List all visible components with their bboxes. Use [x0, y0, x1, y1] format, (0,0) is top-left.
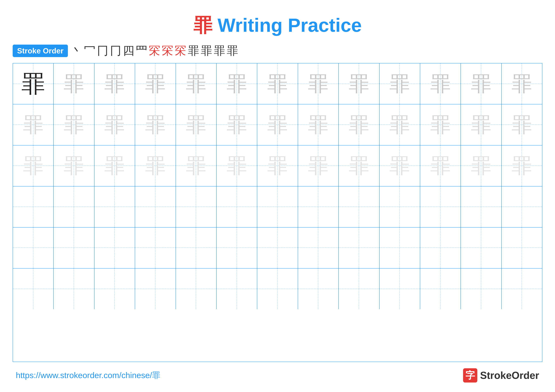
- grid-cell-3-9[interactable]: 罪: [339, 145, 380, 186]
- grid-cell-5-1[interactable]: [13, 228, 54, 268]
- grid-cell-4-4[interactable]: [135, 186, 176, 227]
- grid-cell-5-12[interactable]: [461, 228, 502, 268]
- grid-cell-5-11[interactable]: [420, 228, 461, 268]
- grid-cell-5-7[interactable]: [257, 228, 298, 268]
- brand-icon: 字: [463, 368, 477, 383]
- grid-cell-3-12[interactable]: 罪: [461, 145, 502, 186]
- grid-cell-2-10[interactable]: 罪: [380, 104, 420, 145]
- grid-cell-1-4[interactable]: 罪: [135, 64, 176, 104]
- stroke-step-9: 罙: [175, 43, 186, 58]
- grid-cell-2-13[interactable]: 罪: [502, 104, 542, 145]
- grid-cell-1-3[interactable]: 罪: [95, 64, 135, 104]
- grid-cell-1-13[interactable]: 罪: [502, 64, 542, 104]
- stroke-step-7: 罙: [149, 43, 160, 58]
- stroke-order-row: Stroke Order 丶 冖 冂 冂 四 罒 罙 罙 罙 罪 罪 罪 罪: [13, 43, 542, 58]
- stroke-step-12: 罪: [214, 43, 225, 58]
- grid-cell-2-8[interactable]: 罪: [298, 104, 339, 145]
- grid-cell-1-2[interactable]: 罪: [54, 64, 94, 104]
- grid-cell-6-12[interactable]: [461, 269, 502, 309]
- grid-cell-1-10[interactable]: 罪: [380, 64, 420, 104]
- grid-cell-6-2[interactable]: [54, 269, 94, 309]
- grid-cell-4-5[interactable]: [176, 186, 217, 227]
- grid-cell-3-11[interactable]: 罪: [420, 145, 461, 186]
- grid-cell-4-13[interactable]: [502, 186, 542, 227]
- grid-cell-4-11[interactable]: [420, 186, 461, 227]
- grid-cell-3-4[interactable]: 罪: [135, 145, 176, 186]
- grid-cell-2-3[interactable]: 罪: [95, 104, 135, 145]
- stroke-step-10: 罪: [188, 43, 199, 58]
- page: 罪 Writing Practice Stroke Order 丶 冖 冂 冂 …: [0, 0, 555, 392]
- grid-cell-1-5[interactable]: 罪: [176, 64, 217, 104]
- grid-cell-3-2[interactable]: 罪: [54, 145, 94, 186]
- grid-cell-2-5[interactable]: 罪: [176, 104, 217, 145]
- grid-cell-6-13[interactable]: [502, 269, 542, 309]
- grid-cell-5-2[interactable]: [54, 228, 94, 268]
- grid-cell-2-2[interactable]: 罪: [54, 104, 94, 145]
- grid-cell-6-6[interactable]: [217, 269, 257, 309]
- footer-url[interactable]: https://www.strokeorder.com/chinese/罪: [16, 370, 160, 381]
- grid-row-3: 罪 罪 罪 罪 罪 罪 罪 罪 罪 罪 罪 罪 罪: [13, 145, 542, 186]
- practice-grid: 罪 罪 罪 罪 罪 罪 罪 罪 罪 罪 罪 罪 罪 罪 罪 罪 罪 罪 罪 罪 …: [13, 63, 542, 362]
- grid-cell-6-1[interactable]: [13, 269, 54, 309]
- grid-cell-5-5[interactable]: [176, 228, 217, 268]
- grid-cell-3-10[interactable]: 罪: [380, 145, 420, 186]
- grid-cell-2-7[interactable]: 罪: [257, 104, 298, 145]
- grid-cell-6-8[interactable]: [298, 269, 339, 309]
- grid-row-5: [13, 228, 542, 269]
- grid-cell-5-6[interactable]: [217, 228, 257, 268]
- grid-cell-4-12[interactable]: [461, 186, 502, 227]
- grid-cell-5-9[interactable]: [339, 228, 380, 268]
- grid-cell-6-9[interactable]: [339, 269, 380, 309]
- grid-cell-4-9[interactable]: [339, 186, 380, 227]
- grid-cell-6-5[interactable]: [176, 269, 217, 309]
- grid-cell-2-4[interactable]: 罪: [135, 104, 176, 145]
- footer-brand: 字 StrokeOrder: [463, 368, 539, 383]
- stroke-steps: 丶 冖 冂 冂 四 罒 罙 罙 罙 罪 罪 罪 罪: [71, 43, 238, 58]
- grid-cell-3-7[interactable]: 罪: [257, 145, 298, 186]
- stroke-step-11: 罪: [201, 43, 212, 58]
- grid-cell-4-10[interactable]: [380, 186, 420, 227]
- grid-cell-6-7[interactable]: [257, 269, 298, 309]
- stroke-step-2: 冖: [84, 43, 95, 58]
- grid-cell-3-3[interactable]: 罪: [95, 145, 135, 186]
- stroke-step-5: 四: [123, 43, 134, 58]
- grid-cell-4-3[interactable]: [95, 186, 135, 227]
- grid-row-2: 罪 罪 罪 罪 罪 罪 罪 罪 罪 罪 罪 罪 罪: [13, 104, 542, 145]
- grid-cell-2-11[interactable]: 罪: [420, 104, 461, 145]
- brand-name: StrokeOrder: [480, 370, 539, 381]
- grid-cell-2-9[interactable]: 罪: [339, 104, 380, 145]
- grid-cell-1-12[interactable]: 罪: [461, 64, 502, 104]
- grid-cell-1-6[interactable]: 罪: [217, 64, 257, 104]
- grid-cell-3-8[interactable]: 罪: [298, 145, 339, 186]
- grid-cell-1-1[interactable]: 罪: [13, 64, 54, 104]
- grid-cell-3-1[interactable]: 罪: [13, 145, 54, 186]
- stroke-step-6: 罒: [136, 43, 147, 58]
- grid-cell-5-3[interactable]: [95, 228, 135, 268]
- grid-cell-1-8[interactable]: 罪: [298, 64, 339, 104]
- grid-cell-4-6[interactable]: [217, 186, 257, 227]
- grid-cell-4-1[interactable]: [13, 186, 54, 227]
- grid-cell-2-12[interactable]: 罪: [461, 104, 502, 145]
- grid-cell-1-11[interactable]: 罪: [420, 64, 461, 104]
- grid-cell-2-1[interactable]: 罪: [13, 104, 54, 145]
- grid-cell-3-6[interactable]: 罪: [217, 145, 257, 186]
- title-text: Writing Practice: [212, 14, 362, 36]
- grid-cell-4-7[interactable]: [257, 186, 298, 227]
- page-title: 罪 Writing Practice: [193, 13, 362, 38]
- grid-cell-2-6[interactable]: 罪: [217, 104, 257, 145]
- grid-cell-1-7[interactable]: 罪: [257, 64, 298, 104]
- grid-cell-6-4[interactable]: [135, 269, 176, 309]
- grid-cell-6-10[interactable]: [380, 269, 420, 309]
- grid-cell-4-2[interactable]: [54, 186, 94, 227]
- grid-cell-5-13[interactable]: [502, 228, 542, 268]
- grid-cell-4-8[interactable]: [298, 186, 339, 227]
- grid-row-1: 罪 罪 罪 罪 罪 罪 罪 罪 罪 罪 罪 罪 罪: [13, 64, 542, 104]
- grid-cell-3-5[interactable]: 罪: [176, 145, 217, 186]
- grid-cell-5-8[interactable]: [298, 228, 339, 268]
- grid-cell-3-13[interactable]: 罪: [502, 145, 542, 186]
- grid-cell-6-3[interactable]: [95, 269, 135, 309]
- grid-cell-5-10[interactable]: [380, 228, 420, 268]
- grid-cell-1-9[interactable]: 罪: [339, 64, 380, 104]
- grid-cell-5-4[interactable]: [135, 228, 176, 268]
- grid-cell-6-11[interactable]: [420, 269, 461, 309]
